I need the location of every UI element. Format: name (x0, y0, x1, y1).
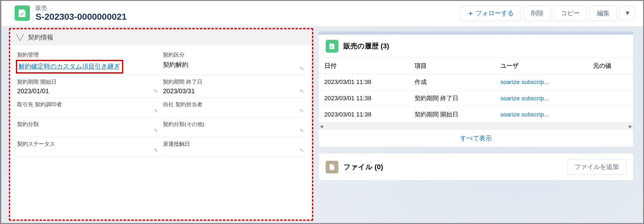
col-item: 項目 (409, 58, 495, 74)
history-header-row: 日付 項目 ユーザ 元の値 (319, 58, 633, 74)
table-row: 2023/03/01 11:38 契約期間 終了日 soarize subscr… (319, 90, 633, 107)
pencil-icon[interactable]: ✎ (154, 147, 158, 153)
cell-date: 2023/03/01 11:38 (319, 74, 409, 90)
field-period-end: 契約期間 終了日 2023/03/31 ✎ (163, 78, 305, 98)
pencil-icon[interactable]: ✎ (154, 108, 158, 114)
record-title-wrap: 販売 S-202303-0000000021 (36, 4, 460, 22)
field-label: 契約分類(その他) (163, 121, 305, 128)
copy-button[interactable]: コピー (553, 5, 587, 21)
field-dispatch: 派遣抵触日 ✎ (163, 140, 305, 157)
contract-info-highlight: ╲╱ 契約情報 契約管理 解約確定時のカスタム項目引き継ぎ 契約区分 (9, 28, 313, 221)
more-actions-button[interactable]: ▼ (620, 6, 635, 20)
record-name: S-202303-0000000021 (36, 12, 460, 22)
table-row: 2023/03/01 11:38 作成 soarize subscrip... (319, 74, 633, 90)
header-actions: ＋フォローする 削除 コピー 編集 ▼ (460, 5, 635, 21)
table-row: 2023/03/01 11:38 契約期間 開始日 soarize subscr… (319, 107, 633, 123)
edit-button[interactable]: 編集 (590, 5, 617, 21)
field-own-signer: 自社 契約担当者 ✎ (163, 101, 305, 117)
field-label: 契約ステータス (17, 140, 159, 148)
app-frame: 販売 S-202303-0000000021 ＋フォローする 削除 コピー 編集… (0, 0, 644, 224)
cell-item: 契約期間 終了日 (409, 90, 495, 107)
cell-orig (587, 74, 633, 90)
chevron-down-icon: ╲╱ (17, 34, 24, 41)
right-column: 販売の履歴 (3) 日付 項目 ユーザ 元の値 2023/03/01 11:38 (316, 27, 643, 223)
col-date: 日付 (319, 58, 409, 74)
field-row: 契約期間 開始日 2023/01/01 ✎ 契約期間 終了日 2023/03/3… (17, 76, 305, 98)
cell-user-link[interactable]: soarize subscrip... (495, 90, 587, 107)
field-label: 契約期間 開始日 (17, 78, 159, 86)
cell-user-link[interactable]: soarize subscrip... (495, 74, 587, 90)
field-value: 2023/03/31 (163, 88, 195, 94)
delete-button[interactable]: 削除 (524, 5, 551, 21)
history-card: 販売の履歴 (3) 日付 項目 ユーザ 元の値 2023/03/01 11:38 (318, 31, 634, 147)
cell-item: 作成 (409, 74, 495, 90)
field-label: 契約分類 (17, 121, 159, 128)
history-icon (326, 40, 338, 52)
field-partner-signer: 取引先 契約調印者 ✎ (17, 101, 159, 117)
field-label: 契約期間 終了日 (163, 78, 305, 86)
body: ╲╱ 契約情報 契約管理 解約確定時のカスタム項目引き継ぎ 契約区分 (1, 27, 643, 223)
pencil-icon[interactable]: ✎ (300, 66, 304, 72)
field-value: 2023/01/01 (17, 88, 49, 94)
pencil-icon[interactable]: ✎ (300, 128, 304, 134)
contract-mgmt-link[interactable]: 解約確定時のカスタム項目引き継ぎ (18, 63, 120, 70)
contract-fields: 契約管理 解約確定時のカスタム項目引き継ぎ 契約区分 契約解約 ✎ (10, 46, 312, 161)
file-card-header: ファイル (0) ファイルを追加 (319, 153, 633, 180)
field-status: 契約ステータス ✎ (17, 140, 159, 157)
cell-item: 契約期間 開始日 (409, 107, 495, 123)
follow-button-label: フォローする (476, 10, 514, 17)
horizontal-scrollbar[interactable]: ◀ ▶ (319, 123, 633, 129)
field-label: 自社 契約担当者 (163, 101, 305, 108)
field-value: 契約解約 (163, 61, 188, 68)
view-all-link[interactable]: すべて表示 (460, 135, 492, 142)
scroll-left-icon: ◀ (320, 124, 323, 129)
file-card-title: ファイル (0) (343, 162, 383, 172)
field-period-start: 契約期間 開始日 2023/01/01 ✎ (17, 78, 159, 98)
highlight-contract-mgmt-value: 解約確定時のカスタム項目引き継ぎ (16, 60, 123, 74)
add-file-button[interactable]: ファイルを追加 (567, 159, 626, 175)
field-contract-mgmt: 契約管理 解約確定時のカスタム項目引き継ぎ (17, 51, 159, 75)
card-accent (319, 32, 633, 35)
contract-section-title: 契約情報 (28, 33, 53, 42)
record-type-icon (15, 5, 30, 21)
history-card-header: 販売の履歴 (3) (319, 35, 633, 58)
pencil-icon[interactable]: ✎ (300, 147, 304, 153)
cell-date: 2023/03/01 11:38 (319, 107, 409, 123)
field-label: 取引先 契約調印者 (17, 101, 159, 108)
scroll-right-icon: ▶ (629, 124, 632, 129)
field-category-other: 契約分類(その他) ✎ (163, 121, 305, 137)
col-user: ユーザ (495, 58, 587, 74)
field-contract-div: 契約区分 契約解約 ✎ (163, 51, 305, 75)
cell-user-link[interactable]: soarize subscrip... (495, 107, 587, 123)
field-label: 契約管理 (17, 51, 159, 59)
record-type-label: 販売 (36, 4, 460, 12)
col-orig: 元の値 (587, 58, 633, 74)
pencil-icon[interactable]: ✎ (154, 128, 158, 134)
field-label: 派遣抵触日 (163, 140, 305, 148)
follow-button[interactable]: ＋フォローする (460, 5, 521, 21)
field-row: 契約管理 解約確定時のカスタム項目引き継ぎ 契約区分 契約解約 ✎ (17, 49, 305, 76)
history-card-footer: すべて表示 (319, 129, 633, 147)
field-row: 契約ステータス ✎ 派遣抵触日 ✎ (17, 138, 305, 158)
cell-orig (587, 90, 633, 107)
field-row: 契約分類 ✎ 契約分類(その他) ✎ (17, 118, 305, 138)
contract-section-header[interactable]: ╲╱ 契約情報 (10, 29, 312, 46)
cell-orig (587, 107, 633, 123)
file-card: ファイル (0) ファイルを追加 (318, 153, 634, 181)
history-table: 日付 項目 ユーザ 元の値 2023/03/01 11:38 作成 soariz… (319, 58, 633, 123)
file-icon (326, 161, 338, 173)
history-card-title: 販売の履歴 (3) (343, 41, 389, 51)
left-column: ╲╱ 契約情報 契約管理 解約確定時のカスタム項目引き継ぎ 契約区分 (1, 27, 316, 223)
pencil-icon[interactable]: ✎ (154, 88, 158, 94)
record-header: 販売 S-202303-0000000021 ＋フォローする 削除 コピー 編集… (1, 1, 643, 27)
plus-icon: ＋ (467, 10, 474, 17)
pencil-icon[interactable]: ✎ (300, 88, 304, 94)
cell-date: 2023/03/01 11:38 (319, 90, 409, 107)
field-row: 取引先 契約調印者 ✎ 自社 契約担当者 ✎ (17, 98, 305, 118)
field-label: 契約区分 (163, 51, 305, 59)
pencil-icon[interactable]: ✎ (300, 108, 304, 114)
field-category: 契約分類 ✎ (17, 121, 159, 137)
